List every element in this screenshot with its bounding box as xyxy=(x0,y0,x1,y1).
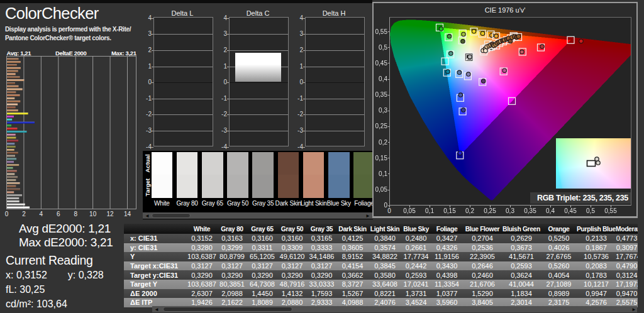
svg-text:6: 6 xyxy=(57,211,60,217)
svg-text:10: 10 xyxy=(89,211,97,217)
svg-text:Actual: Actual xyxy=(144,154,151,172)
svg-text:14: 14 xyxy=(124,211,131,217)
svg-text:2: 2 xyxy=(22,211,26,217)
svg-text:12: 12 xyxy=(107,211,114,217)
svg-text:Target: Target xyxy=(144,178,151,196)
svg-text:0: 0 xyxy=(5,211,9,217)
svg-text:4: 4 xyxy=(40,211,43,217)
svg-text:8: 8 xyxy=(74,211,77,217)
